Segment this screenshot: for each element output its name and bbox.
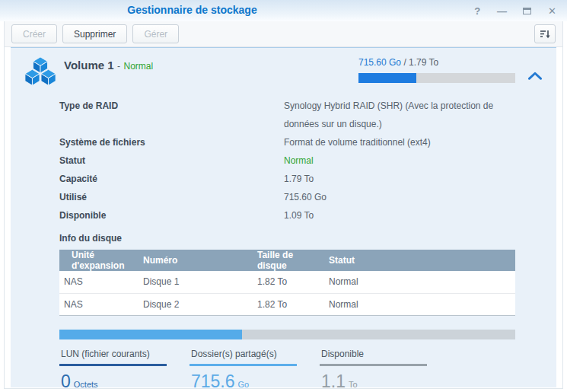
cell-status: Normal	[323, 293, 515, 315]
detail-label: Système de fichiers	[59, 133, 284, 151]
chevron-up-icon[interactable]	[526, 71, 544, 81]
detail-value: Synology Hybrid RAID (SHR) (Avec la prot…	[284, 97, 512, 133]
legend-unit: Go	[238, 380, 250, 389]
usage-legend: LUN (fichier courants) 0Octets Dossier(s…	[59, 347, 556, 392]
detail-row-capacity: Capacité 1.79 To	[59, 170, 556, 188]
cell-unit: NAS	[59, 271, 137, 293]
detail-row-used: Utilisé 715.60 Go	[59, 188, 556, 206]
volume-panel: Volume 1 - Normal 715.60 Go / 1.79 To Ty…	[11, 47, 556, 387]
close-icon[interactable]: ✕	[548, 6, 556, 16]
legend-item-lun: LUN (fichier courants) 0Octets	[59, 347, 167, 392]
cell-status: Normal	[323, 271, 515, 293]
detail-label: Type de RAID	[59, 97, 284, 133]
detail-label: Capacité	[59, 170, 284, 188]
toolbar: Créer Supprimer Gérer	[5, 21, 562, 47]
volume-separator: -	[117, 61, 120, 72]
manage-button[interactable]: Gérer	[132, 24, 179, 43]
disk-info-table: Unité d'expansion Numéro Taille de disqu…	[59, 250, 515, 316]
maximize-icon[interactable]	[523, 8, 531, 14]
window-controls: ? — ✕	[474, 0, 556, 21]
volume-status: Normal	[123, 61, 153, 72]
legend-label: LUN (fichier courants)	[59, 347, 167, 364]
volume-progressbar	[358, 73, 515, 83]
volume-used-value: 715.60 Go	[358, 57, 401, 68]
detail-row-raid-type: Type de RAID Synology Hybrid RAID (SHR) …	[59, 97, 556, 133]
volume-title: Volume 1 - Normal	[64, 54, 153, 72]
cell-unit: NAS	[59, 293, 137, 315]
cell-number: Disque 2	[137, 293, 251, 315]
detail-label: Utilisé	[59, 188, 284, 206]
detail-label: Disponible	[59, 206, 284, 225]
detail-row-status: Statut Normal	[59, 151, 556, 170]
detail-value: 1.09 To	[284, 206, 314, 225]
cell-size: 1.82 To	[251, 293, 323, 315]
cell-size: 1.82 To	[251, 271, 323, 293]
legend-number: 715.6	[191, 371, 235, 391]
legend-value: 1.1To	[320, 371, 427, 392]
detail-value-status: Normal	[284, 151, 314, 170]
volume-header: Volume 1 - Normal 715.60 Go / 1.79 To	[11, 48, 556, 89]
volume-name: Volume 1	[64, 59, 114, 72]
titlebar: Gestionnaire de stockage ? — ✕	[0, 0, 567, 21]
disk-table-row[interactable]: NAS Disque 2 1.82 To Normal	[59, 293, 515, 315]
delete-button[interactable]: Supprimer	[62, 24, 127, 43]
detail-value: 715.60 Go	[284, 188, 327, 206]
volume-total-value: / 1.79 To	[401, 57, 438, 68]
disk-info-title: Info du disque	[59, 233, 556, 244]
help-icon[interactable]: ?	[474, 6, 480, 16]
volume-usage: 715.60 Go / 1.79 To	[358, 54, 515, 83]
detail-value: 1.79 To	[284, 170, 314, 188]
create-button[interactable]: Créer	[11, 24, 57, 43]
volume-details: Type de RAID Synology Hybrid RAID (SHR) …	[59, 97, 556, 225]
legend-unit: Octets	[74, 380, 98, 389]
legend-number: 1.1	[321, 371, 346, 391]
minimize-icon[interactable]: —	[497, 6, 506, 16]
window-title: Gestionnaire de stockage	[0, 4, 384, 16]
legend-unit: To	[349, 380, 358, 389]
legend-value: 715.6Go	[190, 371, 297, 392]
detail-row-available: Disponible 1.09 To	[59, 206, 556, 225]
volume-progressbar-fill	[358, 73, 416, 83]
storage-usage-bar	[59, 330, 515, 339]
legend-item-shared-folders: Dossier(s) partagé(s) 715.6Go	[190, 347, 297, 392]
detail-label: Statut	[59, 151, 284, 170]
detail-value: Format de volume traditionnel (ext4)	[284, 133, 431, 151]
column-header-expansion-unit[interactable]: Unité d'expansion	[59, 250, 137, 271]
disk-table-header-row: Unité d'expansion Numéro Taille de disqu…	[59, 250, 515, 271]
storage-usage-bar-fill	[59, 330, 242, 339]
window-body: Créer Supprimer Gérer	[4, 21, 563, 389]
detail-row-filesystem: Système de fichiers Format de volume tra…	[59, 133, 556, 151]
legend-item-available: Disponible 1.1To	[320, 347, 427, 392]
legend-label: Disponible	[320, 347, 427, 364]
legend-label: Dossier(s) partagé(s)	[190, 347, 297, 364]
collapse-list-icon	[539, 28, 551, 40]
cell-number: Disque 1	[137, 271, 251, 293]
legend-value: 0Octets	[59, 371, 167, 392]
column-header-status[interactable]: Statut	[323, 250, 515, 271]
column-header-number[interactable]: Numéro	[137, 250, 251, 271]
collapse-all-button[interactable]	[534, 24, 556, 43]
legend-number: 0	[61, 371, 71, 391]
volume-usage-text: 715.60 Go / 1.79 To	[358, 54, 515, 68]
disk-table-row[interactable]: NAS Disque 1 1.82 To Normal	[59, 271, 515, 293]
volume-cubes-icon	[23, 56, 58, 89]
column-header-disk-size[interactable]: Taille de disque	[251, 250, 323, 271]
